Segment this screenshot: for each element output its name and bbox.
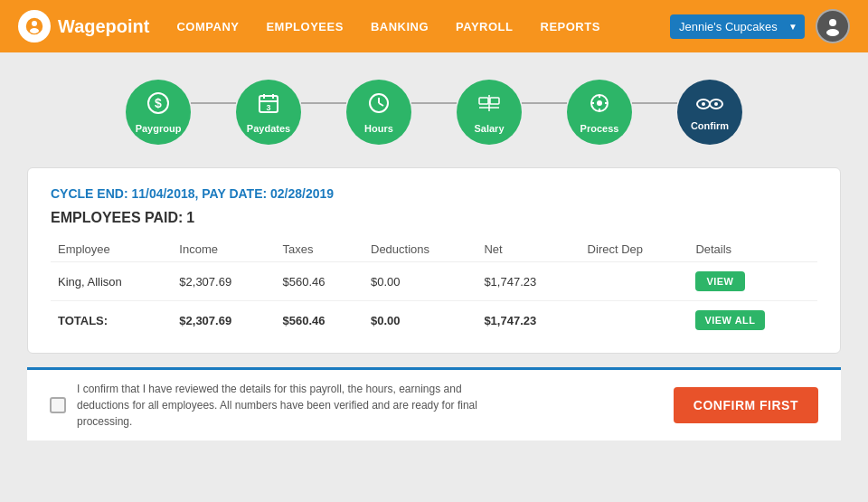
nav-right: Jennie's Cupcakes [670,9,850,43]
svg-point-4 [826,29,839,36]
cell-employee: King, Allison [51,262,172,301]
step-line-3 [411,102,457,104]
confirm-icon [696,93,723,118]
process-icon [587,90,612,121]
svg-point-28 [714,102,718,106]
step-label-paygroup: Paygroup [136,123,182,134]
confirm-text: I confirm that I have reviewed the detai… [77,381,511,430]
svg-text:$: $ [155,96,162,110]
step-circle-paygroup[interactable]: $ Paygroup [126,80,191,145]
col-deductions: Deductions [363,237,476,262]
step-paydates[interactable]: 3 Paydates [236,80,301,145]
paygroup-icon: $ [146,90,171,121]
col-direct-dep: Direct Dep [580,237,689,262]
step-line-2 [301,102,346,104]
step-label-hours: Hours [364,123,393,134]
employees-paid: EMPLOYEES PAID: 1 [51,210,817,226]
nav-payroll[interactable]: PAYROLL [456,20,513,33]
svg-point-27 [702,102,705,106]
step-label-process: Process [580,123,619,134]
footer-bar: I confirm that I have reviewed the detai… [27,367,841,440]
svg-point-20 [597,100,602,106]
logo-icon [18,10,51,43]
view-button[interactable]: VIEW [695,271,744,291]
confirm-checkbox[interactable] [50,397,66,413]
cell-income: $2,307.69 [172,262,275,301]
step-label-salary: Salary [474,123,504,134]
main-content: $ Paygroup 3 Paydates [0,52,868,502]
table-row: King, Allison $2,307.69 $560.46 $0.00 $1… [51,262,817,301]
step-circle-salary[interactable]: Salary [457,80,522,145]
step-line-1 [191,102,236,104]
avatar[interactable] [816,9,850,43]
svg-point-2 [30,28,39,33]
step-salary[interactable]: Salary [457,80,522,145]
svg-text:3: 3 [266,103,270,112]
step-paygroup[interactable]: $ Paygroup [126,80,191,145]
totals-row: TOTALS: $2,307.69 $560.46 $0.00 $1,747.2… [51,301,817,340]
step-process[interactable]: Process [567,80,632,145]
svg-point-3 [829,19,836,26]
step-circle-process[interactable]: Process [567,80,632,145]
step-label-paydates: Paydates [247,123,290,134]
confirm-first-button[interactable]: CONFIRM FIRST [674,387,818,423]
company-select-wrapper: Jennie's Cupcakes [670,14,805,39]
svg-rect-16 [490,98,499,104]
salary-icon [476,90,502,121]
paydates-icon: 3 [256,90,281,121]
step-circle-paydates[interactable]: 3 Paydates [236,80,301,145]
hours-icon [366,90,392,121]
cell-totals-income: $2,307.69 [172,301,275,340]
cell-totals-label: TOTALS: [51,301,172,340]
nav-employees[interactable]: EMPLOYEES [266,20,343,33]
step-circle-hours[interactable]: Hours [346,80,411,145]
svg-rect-15 [479,98,488,104]
cell-totals-taxes: $560.46 [276,301,363,340]
col-income: Income [172,237,275,262]
col-net: Net [476,237,580,262]
cell-taxes: $560.46 [276,262,363,301]
cell-details: VIEW [688,262,817,301]
view-all-button[interactable]: VIEW ALL [695,310,764,330]
company-select[interactable]: Jennie's Cupcakes [670,14,805,39]
nav-banking[interactable]: BANKING [371,20,429,33]
cell-totals-details: VIEW ALL [688,301,817,340]
col-employee: Employee [51,237,172,262]
header: Wagepoint COMPANY EMPLOYEES BANKING PAYR… [0,0,868,52]
cell-totals-deductions: $0.00 [363,301,476,340]
step-confirm[interactable]: Confirm [677,80,742,145]
svg-point-1 [32,21,37,26]
col-taxes: Taxes [276,237,363,262]
col-details: Details [688,237,817,262]
step-circle-confirm[interactable]: Confirm [677,80,742,145]
logo-text: Wagepoint [58,16,149,37]
cell-deductions: $0.00 [363,262,476,301]
payroll-table: Employee Income Taxes Deductions Net Dir… [51,237,817,339]
cell-net: $1,747.23 [476,262,580,301]
nav-reports[interactable]: REPORTS [541,20,600,33]
svg-line-14 [379,103,383,106]
step-label-confirm: Confirm [691,120,729,131]
cell-totals-net: $1,747.23 [476,301,580,340]
step-line-5 [632,102,677,104]
step-hours[interactable]: Hours [346,80,411,145]
step-line-4 [522,102,567,104]
stepper: $ Paygroup 3 Paydates [27,80,841,145]
cell-direct-dep [580,262,689,301]
cell-totals-direct-dep [580,301,689,340]
nav-links: COMPANY EMPLOYEES BANKING PAYROLL REPORT… [176,20,670,33]
confirm-checkbox-area: I confirm that I have reviewed the detai… [50,381,674,430]
payroll-card: CYCLE END: 11/04/2018, PAY DATE: 02/28/2… [27,167,841,354]
logo-area: Wagepoint [18,10,149,43]
cycle-info: CYCLE END: 11/04/2018, PAY DATE: 02/28/2… [51,186,817,201]
nav-company[interactable]: COMPANY [176,20,239,33]
